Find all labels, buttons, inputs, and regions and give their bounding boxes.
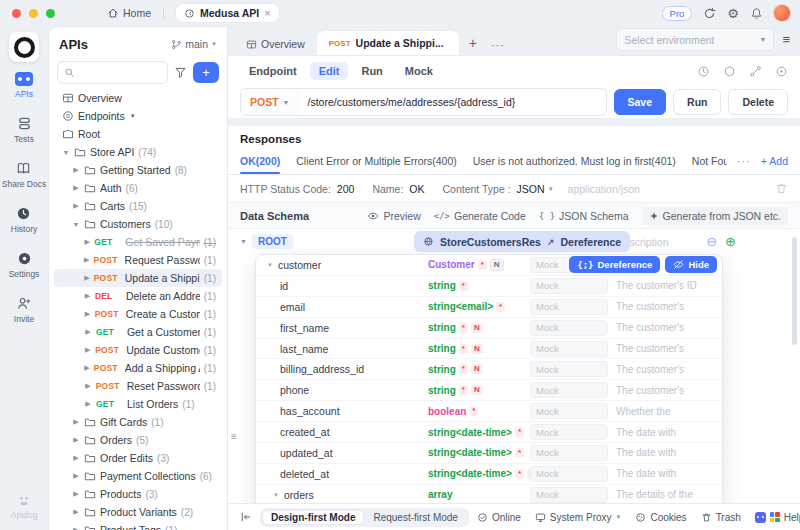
chevron-right-icon[interactable]: ▶ xyxy=(84,364,90,372)
schema-row-deleted-at[interactable]: deleted_at string<date-time>*N Mock The … xyxy=(256,464,722,485)
add-endpoint-button[interactable]: + xyxy=(193,62,219,83)
chevron-expanded-icon[interactable]: ▼ xyxy=(62,149,70,156)
mock-input[interactable]: Mock xyxy=(530,487,608,503)
online-status[interactable]: Online xyxy=(477,512,521,523)
chevron-expanded-icon[interactable]: ▼ xyxy=(72,221,80,228)
tree-endpoint-create-customer[interactable]: ▶ POST Create a Customer (1) xyxy=(54,305,222,323)
state-icon[interactable] xyxy=(723,65,736,78)
chevron-expanded-icon[interactable]: ▼ xyxy=(266,262,274,268)
hide-button[interactable]: Hide xyxy=(665,256,717,273)
environment-select[interactable]: Select environment ▼ xyxy=(616,28,774,51)
chevron-right-icon[interactable]: ▶ xyxy=(72,490,80,498)
mock-input[interactable]: Mock xyxy=(530,424,608,440)
cookies-button[interactable]: Cookies xyxy=(635,512,686,523)
field-description[interactable]: The date with xyxy=(616,468,716,479)
filter-button[interactable] xyxy=(174,65,187,80)
field-description[interactable]: The date with xyxy=(616,427,716,438)
mock-input[interactable]: Mock xyxy=(530,466,608,482)
schema-row-customer[interactable]: ▼customer Customer*N Mock {;} Dereferenc… xyxy=(256,255,722,276)
chevron-right-icon[interactable]: ▶ xyxy=(84,328,92,336)
rail-item-tests[interactable]: Tests xyxy=(14,116,34,144)
chevron-expanded-icon[interactable]: ▼ xyxy=(272,492,280,498)
collapse-sidebar-icon[interactable] xyxy=(240,511,252,523)
schema-row-email[interactable]: email string<email>* Mock The customer's xyxy=(256,297,722,318)
tree-endpoint-get-customer[interactable]: ▶ GET Get a Customer (1) xyxy=(54,323,222,341)
rail-item-invite[interactable]: Invite xyxy=(14,296,34,324)
tree-endpoint-update-shipping[interactable]: ▶ POST Update a Shipping A... (1) xyxy=(54,269,222,287)
mock-input[interactable]: Mock xyxy=(530,445,608,461)
schema-row-billing-address-id[interactable]: billing_address_id string*N Mock The cus… xyxy=(256,359,722,380)
delete-button[interactable]: Delete xyxy=(728,89,788,115)
field-description[interactable]: The customer's xyxy=(616,322,716,333)
close-window-button[interactable] xyxy=(12,9,21,18)
mock-input[interactable]: Mock xyxy=(530,341,608,357)
tree-folder-getting-started[interactable]: ▶ Getting Started (8) xyxy=(54,161,222,179)
close-icon[interactable]: × xyxy=(264,7,270,19)
schema-row-phone[interactable]: phone string*N Mock The customer's xyxy=(256,380,722,401)
bell-icon[interactable] xyxy=(750,7,763,20)
chevron-right-icon[interactable]: ▶ xyxy=(72,526,80,530)
tree-folder-product-tags[interactable]: ▶ Product Tags (1) xyxy=(54,521,222,530)
tree-item-overview[interactable]: Overview xyxy=(54,89,222,107)
response-tab-400[interactable]: Client Error or Multiple Errors(400) xyxy=(296,148,456,174)
chevron-right-icon[interactable]: ▶ xyxy=(84,238,90,246)
schema-row-created-at[interactable]: created_at string<date-time>* Mock The d… xyxy=(256,422,722,443)
chevron-right-icon[interactable]: ▶ xyxy=(72,472,80,480)
rail-item-history[interactable]: History xyxy=(11,206,37,234)
field-description[interactable]: The customer's xyxy=(616,385,716,396)
project-tab[interactable]: Medusa API × xyxy=(176,4,279,22)
schema-row-last-name[interactable]: last_name string*N Mock The customer's xyxy=(256,339,722,360)
schema-row-first-name[interactable]: first_name string*N Mock The customer's xyxy=(256,318,722,339)
chevron-expanded-icon[interactable]: ▼ xyxy=(240,238,252,245)
schema-row-orders[interactable]: ▼orders array Mock The details of the xyxy=(256,485,722,503)
schema-ref-popover[interactable]: StoreCustomersRes ↗ Dereference xyxy=(414,231,630,252)
preview-button[interactable]: Preview xyxy=(367,210,420,222)
method-dropdown[interactable]: POST ▼ xyxy=(241,89,299,115)
schema-row-updated-at[interactable]: updated_at string<date-time>* Mock The d… xyxy=(256,443,722,464)
response-tab-401[interactable]: User is not authorized. Must log in firs… xyxy=(473,148,676,174)
aim-icon[interactable] xyxy=(775,65,788,78)
tree-folder-orders[interactable]: ▶ Orders (5) xyxy=(54,431,222,449)
relation-icon[interactable] xyxy=(749,65,762,78)
menu-icon[interactable]: ≡ xyxy=(782,35,790,45)
response-tab-200[interactable]: OK(200) xyxy=(240,148,280,174)
tree-folder-order-edits[interactable]: ▶ Order Edits (3) xyxy=(54,449,222,467)
dereference-button[interactable]: {;} Dereference xyxy=(569,256,660,273)
tree-endpoint-request-password[interactable]: ▶ POST Request Password R... (1) xyxy=(54,251,222,269)
medusa-logo[interactable] xyxy=(9,32,39,62)
tree-item-root[interactable]: Root xyxy=(54,125,222,143)
add-field-icon[interactable]: ⊕ xyxy=(725,235,736,248)
gear-icon[interactable]: ⚙ xyxy=(727,7,739,20)
generate-from-json-button[interactable]: Generate from JSON etc. xyxy=(642,207,788,225)
trash-button[interactable]: Trash xyxy=(701,512,741,523)
help-support-button[interactable]: Help & support xyxy=(755,512,800,523)
time-icon[interactable] xyxy=(697,65,710,78)
tab-overview[interactable]: Overview xyxy=(236,33,315,55)
field-description[interactable]: The customer's xyxy=(616,364,716,375)
tree-folder-payment-collections[interactable]: ▶ Payment Collections (6) xyxy=(54,467,222,485)
system-proxy-selector[interactable]: System Proxy ▼ xyxy=(535,512,622,523)
tree-folder-gift-cards[interactable]: ▶ Gift Cards (1) xyxy=(54,413,222,431)
sync-icon[interactable] xyxy=(703,7,716,20)
design-first-mode-button[interactable]: Design-first Mode xyxy=(262,510,364,525)
search-box[interactable] xyxy=(57,61,168,84)
mock-input[interactable]: Mock xyxy=(530,320,608,336)
tree-folder-auth[interactable]: ▶ Auth (6) xyxy=(54,179,222,197)
field-description[interactable]: The details of the xyxy=(616,489,716,500)
external-link-icon[interactable]: ↗ xyxy=(547,237,555,247)
field-description[interactable]: Whether the xyxy=(616,406,716,417)
tree-endpoint-update-customer[interactable]: ▶ POST Update Customer (1) xyxy=(54,341,222,359)
tree-folder-carts[interactable]: ▶ Carts (15) xyxy=(54,197,222,215)
tree-endpoint-reset-password[interactable]: ▶ POST Reset Password (1) xyxy=(54,377,222,395)
generate-code-button[interactable]: </> Generate Code xyxy=(434,210,526,222)
mock-input[interactable]: Mock xyxy=(530,299,608,315)
run-button[interactable]: Run xyxy=(673,89,721,115)
schema-row-has-account[interactable]: has_account boolean* Mock Whether the xyxy=(256,401,722,422)
rail-item-apis[interactable]: APIs xyxy=(15,72,33,99)
chevron-right-icon[interactable]: ▶ xyxy=(84,346,91,354)
chevron-right-icon[interactable]: ▶ xyxy=(84,256,90,264)
chevron-right-icon[interactable]: ▶ xyxy=(84,274,90,282)
new-tab-button[interactable]: + xyxy=(461,31,485,55)
tree-endpoint-delete-address[interactable]: ▶ DEL Delete an Address (1) xyxy=(54,287,222,305)
chevron-right-icon[interactable]: ▶ xyxy=(72,184,80,192)
